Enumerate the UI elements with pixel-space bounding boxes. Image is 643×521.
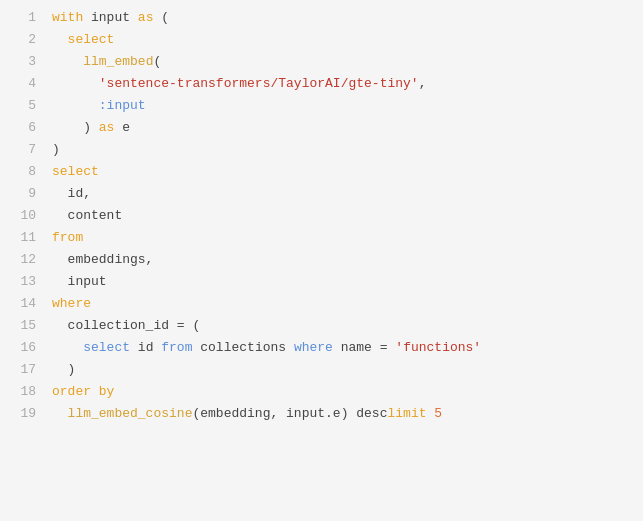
token-str: 'sentence-transformers/TaylorAI/gte-tiny… bbox=[99, 76, 419, 91]
token-num: 5 bbox=[434, 406, 442, 421]
token-kw-blue: from bbox=[161, 340, 192, 355]
line-number: 10 bbox=[8, 206, 36, 227]
code-line: 10 content bbox=[0, 206, 643, 228]
code-line: 12 embeddings, bbox=[0, 250, 643, 272]
code-line: 1with input as ( bbox=[0, 8, 643, 30]
token-kw: limit bbox=[387, 406, 426, 421]
token-plain: id bbox=[130, 340, 161, 355]
token-str: 'functions' bbox=[395, 340, 481, 355]
token-plain: ) bbox=[52, 120, 99, 135]
line-content: id, bbox=[52, 184, 635, 205]
token-fn: llm_embed_cosine bbox=[68, 406, 193, 421]
line-content: llm_embed( bbox=[52, 52, 635, 73]
code-line: 13 input bbox=[0, 272, 643, 294]
code-line: 3 llm_embed( bbox=[0, 52, 643, 74]
token-plain bbox=[52, 406, 68, 421]
token-param: :input bbox=[99, 98, 146, 113]
line-content: llm_embed_cosine(embedding, input.e) des… bbox=[52, 404, 635, 425]
line-content: ) as e bbox=[52, 118, 635, 139]
token-fn: llm_embed bbox=[83, 54, 153, 69]
line-content: order by bbox=[52, 382, 635, 403]
code-line: 17 ) bbox=[0, 360, 643, 382]
token-plain: embeddings, bbox=[52, 252, 153, 267]
token-plain bbox=[52, 340, 83, 355]
line-number: 4 bbox=[8, 74, 36, 95]
token-plain: collection_id = ( bbox=[52, 318, 200, 333]
token-kw: order by bbox=[52, 384, 114, 399]
token-kw-blue: select bbox=[83, 340, 130, 355]
line-content: select bbox=[52, 162, 635, 183]
line-number: 11 bbox=[8, 228, 36, 249]
token-plain bbox=[52, 76, 99, 91]
token-plain: name = bbox=[333, 340, 395, 355]
line-number: 12 bbox=[8, 250, 36, 271]
line-content: collection_id = ( bbox=[52, 316, 635, 337]
line-number: 13 bbox=[8, 272, 36, 293]
code-editor: 1with input as (2 select3 llm_embed(4 's… bbox=[0, 0, 643, 521]
token-kw: with bbox=[52, 10, 83, 25]
line-number: 2 bbox=[8, 30, 36, 51]
token-plain: ) bbox=[52, 362, 75, 377]
line-number: 8 bbox=[8, 162, 36, 183]
line-content: where bbox=[52, 294, 635, 315]
token-plain: ( bbox=[153, 54, 161, 69]
code-line: 9 id, bbox=[0, 184, 643, 206]
token-kw: from bbox=[52, 230, 83, 245]
code-line: 11from bbox=[0, 228, 643, 250]
code-line: 6 ) as e bbox=[0, 118, 643, 140]
token-kw: where bbox=[52, 296, 91, 311]
token-plain: ( bbox=[153, 10, 169, 25]
token-plain: ) bbox=[52, 142, 60, 157]
line-content: embeddings, bbox=[52, 250, 635, 271]
line-number: 18 bbox=[8, 382, 36, 403]
line-number: 7 bbox=[8, 140, 36, 161]
token-plain bbox=[52, 54, 83, 69]
line-number: 17 bbox=[8, 360, 36, 381]
token-plain: , bbox=[419, 76, 427, 91]
token-plain: collections bbox=[192, 340, 293, 355]
code-line: 7) bbox=[0, 140, 643, 162]
line-number: 3 bbox=[8, 52, 36, 73]
token-plain: input bbox=[83, 10, 138, 25]
code-line: 2 select bbox=[0, 30, 643, 52]
token-plain: content bbox=[52, 208, 122, 223]
token-kw: select bbox=[52, 164, 99, 179]
code-line: 8select bbox=[0, 162, 643, 184]
line-content: 'sentence-transformers/TaylorAI/gte-tiny… bbox=[52, 74, 635, 95]
line-content: from bbox=[52, 228, 635, 249]
line-number: 9 bbox=[8, 184, 36, 205]
token-plain: id, bbox=[52, 186, 91, 201]
line-content: select id from collections where name = … bbox=[52, 338, 635, 359]
token-plain: e bbox=[114, 120, 130, 135]
line-content: select bbox=[52, 30, 635, 51]
code-line: 19 llm_embed_cosine(embedding, input.e) … bbox=[0, 404, 643, 426]
line-content: ) bbox=[52, 360, 635, 381]
code-line: 15 collection_id = ( bbox=[0, 316, 643, 338]
line-number: 19 bbox=[8, 404, 36, 425]
code-line: 16 select id from collections where name… bbox=[0, 338, 643, 360]
line-number: 15 bbox=[8, 316, 36, 337]
line-content: ) bbox=[52, 140, 635, 161]
token-kw: as bbox=[138, 10, 154, 25]
code-line: 14where bbox=[0, 294, 643, 316]
line-number: 14 bbox=[8, 294, 36, 315]
line-content: input bbox=[52, 272, 635, 293]
line-number: 6 bbox=[8, 118, 36, 139]
token-kw: select bbox=[68, 32, 115, 47]
token-kw: as bbox=[99, 120, 115, 135]
code-line: 5 :input bbox=[0, 96, 643, 118]
line-number: 16 bbox=[8, 338, 36, 359]
code-line: 4 'sentence-transformers/TaylorAI/gte-ti… bbox=[0, 74, 643, 96]
token-plain bbox=[52, 32, 68, 47]
line-content: with input as ( bbox=[52, 8, 635, 29]
token-plain: (embedding, input.e) desc bbox=[192, 406, 387, 421]
line-content: :input bbox=[52, 96, 635, 117]
token-plain: input bbox=[52, 274, 107, 289]
line-content: content bbox=[52, 206, 635, 227]
code-line: 18order by bbox=[0, 382, 643, 404]
line-number: 5 bbox=[8, 96, 36, 117]
token-plain bbox=[52, 98, 99, 113]
token-kw-blue: where bbox=[294, 340, 333, 355]
line-number: 1 bbox=[8, 8, 36, 29]
